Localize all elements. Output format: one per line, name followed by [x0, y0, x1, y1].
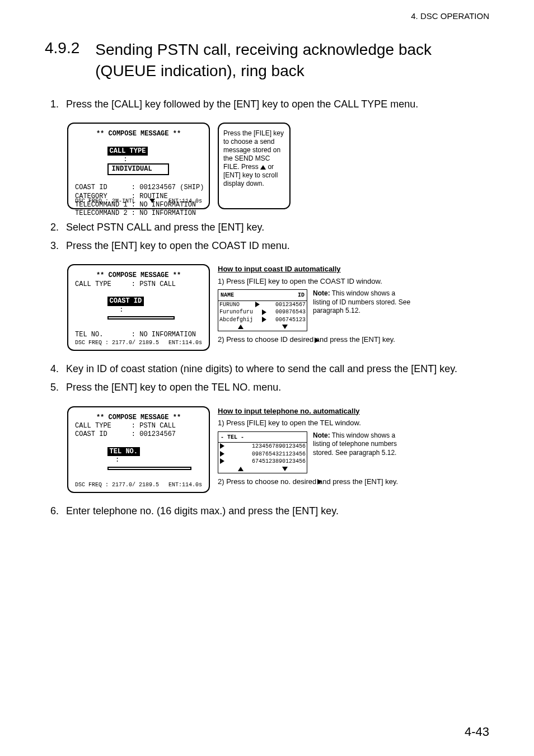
step-3: 3. Press the [ENT] key to open the COAST… [50, 239, 489, 253]
chevron-down-icon [282, 325, 288, 329]
lcd-status-left: DSC FREQ : 2177.0/ 2189.5 [75, 482, 159, 489]
cell: 0987654321123456 [252, 450, 306, 458]
howto-note: Note: This window shows a listing of tel… [313, 431, 414, 458]
chevron-down-icon [149, 199, 155, 203]
chevron-right-icon [262, 317, 266, 322]
figure-telno: ** COMPOSE MESSAGE ** CALL TYPE : PSTN C… [67, 406, 489, 493]
step-text: Press the [ENT] key to open the TEL NO. … [66, 381, 489, 395]
lcd-title: ** COMPOSE MESSAGE ** [75, 130, 202, 138]
lcd-line: TEL NO. : NO INFORMATION [75, 331, 202, 339]
lcd-calltype: ** COMPOSE MESSAGE ** CALL TYPE : INDIVI… [67, 123, 210, 209]
lcd-status-left: DSC FREQ : 2M-INTL [75, 198, 135, 205]
howto-title: How to input telephone no. automatically [218, 406, 425, 416]
howto-title: How to input coast ID automatically [218, 264, 425, 274]
lcd-line: COAST ID : 001234567 [75, 430, 202, 438]
howto-step-text: 2) Press to choose ID desired and press … [218, 335, 395, 344]
step-2: 2. Select PSTN CALL and press the [ENT] … [50, 220, 489, 234]
small-lcd-coastid: NAME ID FURUNO001234567 Furunofuru009876… [218, 289, 307, 331]
figure-calltype: ** COMPOSE MESSAGE ** CALL TYPE : INDIVI… [67, 123, 489, 209]
lcd-line: COAST ID : 001234567 (SHIP) [75, 184, 202, 191]
running-header: 4. DSC OPERATION [411, 11, 489, 21]
cell: 6745123890123456 [252, 458, 306, 466]
cell: Furunofuru [219, 308, 253, 316]
chevron-up-icon [238, 467, 243, 471]
cell: 006745123 [275, 316, 306, 324]
chevron-right-icon [317, 479, 322, 485]
lcd-title: ** COMPOSE MESSAGE ** [75, 414, 202, 421]
step-number: 1. [50, 97, 66, 111]
step-number: 5. [50, 381, 66, 395]
howto-step: 2) Press to choose ID desired and press … [218, 335, 425, 345]
step-number: 2. [50, 220, 66, 234]
step-text: Enter telephone no. (16 digits max.) and… [66, 504, 489, 518]
small-lcd-telno: - TEL - 1234567890123456 098765432112345… [218, 431, 307, 473]
col-header: ID [298, 292, 305, 299]
step-1: 1. Press the [CALL] key followed by the … [50, 97, 489, 111]
lcd-status-right: ENT:114.0s [168, 340, 202, 346]
step-number: 3. [50, 239, 66, 253]
cell: 1234567890123456 [252, 443, 306, 450]
lcd-title: ** COMPOSE MESSAGE ** [75, 271, 202, 279]
note-label: Note: [313, 431, 330, 439]
step-6: 6. Enter telephone no. (16 digits max.) … [50, 504, 489, 518]
col-header: NAME [221, 292, 234, 299]
howto-step: 1) Press [FILE] key to open the TEL wind… [218, 418, 425, 428]
chevron-up-icon [260, 165, 266, 170]
page-number: 4-43 [465, 725, 489, 739]
step-number: 6. [50, 504, 66, 518]
howto-step: 2) Press to choose no. desired and press… [218, 477, 425, 487]
howto-coastid: How to input coast ID automatically 1) P… [218, 264, 425, 345]
field-value-coastid [107, 316, 175, 320]
chevron-down-icon [282, 467, 288, 471]
chevron-right-icon [255, 302, 260, 307]
cell: 009876543 [275, 308, 306, 316]
lcd-line: CALL TYPE : PSTN CALL [75, 280, 202, 288]
cell: FURUNO [219, 301, 240, 309]
lcd-status-right: ENT:114.0s [168, 482, 202, 489]
step-text: Select PSTN CALL and press the [ENT] key… [66, 220, 489, 234]
lcd-coastid: ** COMPOSE MESSAGE ** CALL TYPE : PSTN C… [67, 264, 210, 351]
chevron-up-icon [238, 325, 243, 329]
field-label-telno: TEL NO. [107, 447, 140, 456]
chevron-right-icon [315, 337, 319, 343]
field-label-calltype: CALL TYPE [107, 147, 148, 156]
lcd-status-right: ENT:114.0s [168, 198, 202, 205]
section-title: Sending PSTN call, receiving acknowledge… [95, 39, 489, 82]
howto-step: 1) Press [FILE] key to open the COAST ID… [218, 276, 425, 287]
note-label: Note: [313, 289, 330, 297]
step-number: 4. [50, 362, 66, 376]
chevron-right-icon [220, 443, 224, 449]
col-header: - TEL - [221, 434, 244, 442]
section-heading: 4.9.2 Sending PSTN call, receiving ackno… [45, 39, 489, 82]
howto-step-text: 2) Press to choose no. desired and press… [218, 477, 398, 486]
field-label-coastid: COAST ID [107, 297, 144, 306]
lcd-line: CALL TYPE : PSTN CALL [75, 422, 202, 430]
section-number: 4.9.2 [45, 39, 79, 57]
chevron-right-icon [220, 451, 224, 457]
cell: Abcdefghij [219, 316, 253, 324]
chevron-right-icon [262, 309, 266, 315]
howto-note: Note: This window shows a listing of ID … [313, 289, 414, 316]
callout-filekey: Press the [FILE] key to choose a send me… [218, 123, 291, 209]
step-text: Key in ID of coast station (nine digits)… [66, 362, 489, 376]
step-4: 4. Key in ID of coast station (nine digi… [50, 362, 489, 376]
field-value-telno [107, 467, 191, 470]
cell: 001234567 [275, 301, 306, 309]
howto-telno: How to input telephone no. automatically… [218, 406, 425, 487]
step-5: 5. Press the [ENT] key to open the TEL N… [50, 381, 489, 395]
step-text: Press the [CALL] key followed by the [EN… [66, 97, 489, 111]
callout-text: Press the [FILE] key to choose a send me… [223, 129, 284, 171]
lcd-line: TELECOMMAND 2 : NO INFORMATION [75, 209, 202, 217]
chevron-right-icon [220, 458, 224, 464]
field-value-calltype: INDIVIDUAL [107, 163, 169, 175]
step-text: Press the [ENT] key to open the COAST ID… [66, 239, 489, 253]
lcd-telno: ** COMPOSE MESSAGE ** CALL TYPE : PSTN C… [67, 406, 210, 493]
lcd-status-left: DSC FREQ : 2177.0/ 2189.5 [75, 340, 159, 346]
figure-coastid: ** COMPOSE MESSAGE ** CALL TYPE : PSTN C… [67, 264, 489, 351]
